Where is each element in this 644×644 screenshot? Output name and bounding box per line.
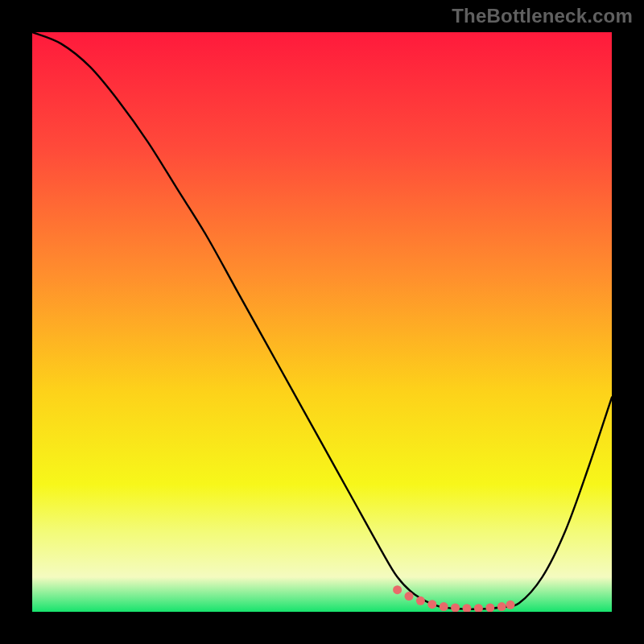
chart-svg [32,32,612,612]
marker-dot [497,602,506,611]
marker-dot [416,597,425,605]
marker-dot [440,602,448,611]
watermark-text: TheBottleneck.com [452,5,633,27]
chart-frame: TheBottleneck.com [0,0,644,644]
marker-dot [427,600,436,609]
gradient-background [32,32,612,612]
marker-dot [405,592,414,601]
marker-dot [506,601,515,609]
marker-dot [485,603,494,612]
marker-dot [451,603,460,612]
marker-dot [393,585,402,594]
plot-area [32,32,612,612]
